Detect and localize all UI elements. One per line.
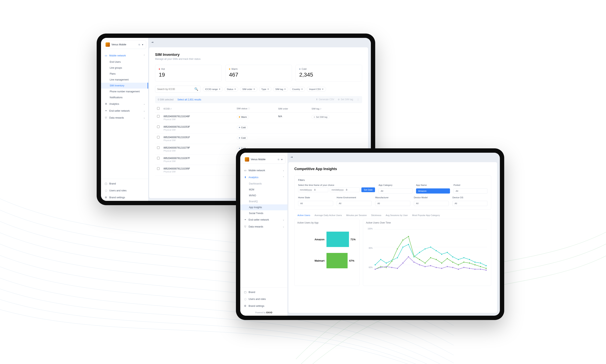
chevron-down-icon: ▼ [322,88,324,90]
svg-point-28 [397,248,398,249]
nav-line-management[interactable]: Line management [101,77,148,83]
row-checkbox[interactable] [157,157,160,159]
sort-icon[interactable]: ⇵ [170,108,172,110]
nav-brand[interactable]: ▢ Brand [101,180,148,187]
chip-type[interactable]: Type▼ [259,87,271,91]
svg-point-59 [452,267,453,268]
brand-logo [245,157,249,162]
nav-mobile-network[interactable]: ▭ Mobile network ⌃ [101,52,148,59]
select-all-checkbox[interactable] [157,107,160,110]
svg-point-36 [441,262,442,264]
nav-mobile-network[interactable]: ▭ Mobile network ⌄ [240,167,287,174]
row-checkbox[interactable] [157,126,160,128]
chip-sim-tag[interactable]: SIM tag▼ [273,87,288,91]
nav-social-trends[interactable]: Social Trends [240,210,287,216]
set-tag-button[interactable]: +Set SIM tag [311,115,329,119]
nav-end-seller-network[interactable]: ⚭ End-seller network ⌄ [240,216,287,223]
sim-type: Physical SIM [164,160,233,162]
nav-phone-number-mgmt[interactable]: Phone number management [101,89,148,94]
sidebar: Venus Mobile ⧉ ▼ ▭ Mobile network ⌄ ⬍ An… [240,153,288,316]
collapse-sidebar-icon[interactable]: ⇥ [290,156,293,159]
generate-csv-button[interactable]: ⬇Generate CSV [316,98,334,101]
chevron-down-icon: ⌄ [283,225,284,228]
row-checkbox[interactable] [157,136,160,139]
nav-brand[interactable]: ▢ Brand [240,289,287,296]
chip-status[interactable]: Status▼ [224,87,238,91]
nav-dashboards[interactable]: Dashboards [240,181,287,187]
nav-brandiq[interactable]: BrandIQ [240,198,287,204]
sort-icon[interactable]: ⇵ [320,108,322,110]
nav-mvno[interactable]: MVNO [240,193,287,198]
filter-app-name[interactable]: Amazon [416,188,450,194]
page-title: SIM Inventory [155,52,362,57]
select-all-link[interactable]: Select all 2,831 results [177,98,201,101]
sim-type: Physical SIM [164,170,233,173]
chip-import-csv[interactable]: Import CSV▼ [307,87,326,91]
info-icon[interactable]: ⓘ [248,107,250,110]
sidebar: Venus Mobile ⧉ ▼ ▭ Mobile network ⌃ End … [101,38,148,201]
filter-device-os[interactable]: All [452,201,488,206]
tab-min-session[interactable]: Minutes per Session [346,214,367,216]
bar-value: 67% [349,259,354,262]
svg-point-35 [436,259,437,260]
svg-point-30 [408,236,409,237]
nav-brand-settings[interactable]: ⚙ Brand settings [101,194,148,201]
date-to[interactable]: mm/dd/yyyy 🗓 [330,187,360,192]
nav-line-groups[interactable]: Line groups [101,65,148,71]
more-icon[interactable]: ⋮ [357,98,360,101]
row-checkbox[interactable] [157,167,160,170]
dot-icon [299,68,300,70]
filter-home-state[interactable]: All [298,201,333,206]
filter-device-model[interactable]: All [414,201,449,206]
nav-plans[interactable]: Plans [101,71,148,77]
tab-adau[interactable]: Average Daily Active Users [315,214,342,216]
collapse-sidebar-icon[interactable]: ⇥ [151,41,154,44]
tab-stickiness[interactable]: Stickiness [371,214,381,216]
nav-analytics[interactable]: ⬍ Analytics ⌃ [240,174,287,181]
chevron-down-icon: ▼ [219,88,220,90]
table-row[interactable]: 8952040000781210253F Physical SIM Cold [155,123,362,134]
search-input[interactable]: 🔍 [155,86,200,92]
set-sim-tag-button[interactable]: ⊕Set SIM tag [338,98,353,101]
brand-selector[interactable]: Venus Mobile ⧉ ▼ [242,155,285,164]
search-field[interactable] [157,88,193,91]
chip-iccid-range[interactable]: ICCID range▼ [203,87,223,91]
iccid-value: 8952040000781210246F [164,115,233,118]
tab-popular-cat[interactable]: Most Popular App Category [412,214,440,216]
set-date-button[interactable]: Set Date [361,187,375,192]
nav-m2m[interactable]: M2M [240,187,287,193]
status-pill: Cold [237,136,248,140]
nav-brand-settings[interactable]: ⚙ Brand settings [240,302,287,309]
nav-end-users[interactable]: End Users [101,59,148,65]
row-checkbox[interactable] [157,115,160,117]
nav-analytics[interactable]: ⬍ Analytics ⌄ [101,100,148,107]
nav-data-rewards[interactable]: ▽ Data rewards ⌄ [240,223,287,230]
filter-manufacturer[interactable]: All [375,201,410,206]
nav-users-roles[interactable]: ◌ Users and roles [240,296,287,302]
svg-point-63 [474,269,476,270]
nav-sim-inventory[interactable]: SIM Inventory [101,83,148,89]
svg-point-7 [397,257,398,259]
chip-sim-order[interactable]: SIM order▼ [240,87,257,91]
tab-avg-sessions[interactable]: Avg Sessions by User [386,214,408,216]
chevron-down-icon: ⌄ [143,117,145,119]
filter-app-category[interactable]: All [379,188,413,194]
nav-app-insights[interactable]: App Insights [240,204,287,210]
download-icon: ⬇ [316,98,318,101]
nav-users-roles[interactable]: ◌ Users and roles [101,187,148,194]
brand-selector[interactable]: Venus Mobile ⧉ ▼ [103,40,146,49]
chevron-down-icon: ⌄ [143,110,145,112]
nav-end-seller-network[interactable]: ⚭ End-seller network ⌄ [101,107,148,114]
date-from[interactable]: mm/dd/yyyy 🗓 [298,187,328,192]
selected-count: 0 SIM selected [158,98,173,101]
filter-home-environment[interactable]: All [337,201,372,206]
chip-country[interactable]: Country▼ [290,87,305,91]
nav-notifications[interactable]: Notifications [101,94,148,100]
table-row[interactable]: 8952040000781210261F Physical SIM Cold [155,134,362,144]
table-row[interactable]: 8952040000781210246F Physical SIM Warm N… [155,113,362,123]
tab-active-users[interactable]: Active Users [297,214,310,216]
row-checkbox[interactable] [157,146,160,149]
svg-point-51 [408,256,409,258]
filter-ported[interactable]: All [453,188,488,194]
nav-data-rewards[interactable]: ▽ Data rewards ⌄ [101,114,148,121]
